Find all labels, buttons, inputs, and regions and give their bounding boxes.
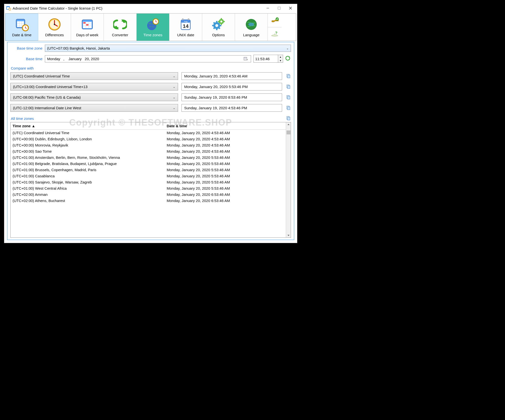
compare-zone-value: (UTC-12:00) International Date Line West [13,106,81,110]
cell-zone: (UTC+02:00) Athens, Bucharest [13,199,167,203]
base-date-input[interactable]: Monday , January 20, 2020 [45,55,251,62]
tab-time-zones-label: Time zones [144,33,162,37]
table-row[interactable]: (UTC+01:00) West Central AfricaMonday, J… [11,185,286,191]
tab-options[interactable]: Options [202,14,235,41]
cell-datetime: Monday, January 20, 2020 4:53:46 AM [167,149,230,153]
compare-result: Monday, January 20, 2020 4:53:46 AM [181,72,282,80]
cell-datetime: Monday, January 20, 2020 5:53:46 AM [167,155,230,160]
close-button[interactable] [285,4,296,12]
svg-text:14: 14 [183,23,189,29]
compare-zone-value: (UTC-08:00) Pacific Time (US & Canada) [13,95,81,99]
base-time-value: 11:53:46 [255,57,270,61]
tab-converter[interactable]: Converter [104,14,137,41]
cell-zone: (UTC+01:00) Brussels, Copenhagen, Madrid… [13,168,167,172]
tab-options-label: Options [212,33,225,37]
compare-zone-select[interactable]: (UTC) Coordinated Universal Time⌄ [10,72,178,80]
table-row[interactable]: (UTC+01:00) CasablancaMonday, January 20… [11,173,286,179]
toolbar: Date & time Differences Days of week Con… [5,13,296,41]
calendar-button[interactable] [242,57,249,61]
table-row[interactable]: (UTC+01:00) Sarajevo, Skopje, Warsaw, Za… [11,179,286,185]
cell-datetime: Monday, January 20, 2020 4:53:46 AM [167,131,230,135]
table-row[interactable]: (UTC+01:00) Amsterdam, Berlin, Bern, Rom… [11,154,286,161]
compare-result: Monday, January 20, 2020 5:53:46 PM [181,83,282,91]
svg-point-32 [276,18,279,20]
app-icon [6,6,11,11]
copy-button[interactable] [286,106,291,110]
compare-zone-select[interactable]: (UTC-08:00) Pacific Time (US & Canada)⌄ [10,93,178,101]
svg-rect-36 [288,75,290,78]
scroll-thumb[interactable] [287,130,290,134]
svg-point-23 [182,18,184,20]
chevron-down-icon: ⌄ [286,47,289,50]
cell-datetime: Monday, January 20, 2020 6:53:46 AM [167,192,230,197]
table-scrollbar[interactable] [286,122,291,237]
tab-days-of-week[interactable]: Days of week [71,14,104,41]
svg-point-31 [272,20,274,22]
chevron-down-icon: ⌄ [173,85,175,89]
minimize-button[interactable] [262,4,273,12]
svg-rect-42 [288,107,290,110]
svg-point-24 [188,18,189,20]
content-panel: Base time zone (UTC+07:00) Bangkok, Hano… [7,42,294,240]
tab-differences[interactable]: Differences [38,14,71,41]
col-time-zone[interactable]: Time zone ▲ [13,124,167,128]
tab-differences-label: Differences [45,33,64,37]
base-time-label: Base time [10,57,42,61]
base-date-value: Monday , January 20, 2020 [47,57,99,61]
compare-result: Sunday, January 19, 2020 4:53:46 PM [181,104,282,112]
tab-date-time[interactable]: Date & time [5,14,38,41]
table-row[interactable]: (UTC+00:00) Sao TomeMonday, January 20, … [11,148,286,154]
chevron-down-icon: ⌄ [173,106,175,110]
tab-language[interactable]: Language [235,14,268,41]
cell-zone: (UTC) Coordinated Universal Time [13,131,167,135]
svg-rect-44 [288,117,290,120]
svg-rect-4 [278,7,280,9]
copy-all-button[interactable] [286,116,291,121]
cell-datetime: Monday, January 20, 2020 5:53:46 AM [167,162,230,166]
reset-button[interactable] [286,56,291,62]
time-spinner[interactable]: ▲▼ [278,55,283,63]
copy-button[interactable] [286,74,291,78]
tab-unix-date[interactable]: Aug14 UNIX date [169,14,202,41]
svg-rect-15 [86,24,88,25]
cell-zone: (UTC+00:00) Monrovia, Reykjavik [13,143,167,147]
table-row[interactable]: (UTC+00:00) Monrovia, ReykjavikMonday, J… [11,142,286,148]
table-row[interactable]: (UTC+01:00) Brussels, Copenhagen, Madrid… [11,167,286,173]
cell-datetime: Monday, January 20, 2020 5:53:46 AM [167,168,230,172]
svg-text:?: ? [275,31,277,35]
cell-zone: (UTC+01:00) Amsterdam, Berlin, Bern, Rom… [13,155,167,160]
table-row[interactable]: (UTC+02:00) Athens, BucharestMonday, Jan… [11,198,286,204]
table-row[interactable]: (UTC+02:00) AmmanMonday, January 20, 202… [11,191,286,198]
tab-date-time-label: Date & time [12,33,31,37]
maximize-button[interactable] [273,4,285,12]
cell-datetime: Monday, January 20, 2020 5:53:46 AM [167,174,230,178]
svg-rect-34 [244,57,247,60]
svg-point-26 [215,24,218,27]
all-time-zones-header: All time zones [11,116,34,121]
base-time-input[interactable]: 11:53:46 [253,55,278,63]
base-time-zone-select[interactable]: (UTC+07:00) Bangkok, Hanoi, Jakarta ⌄ [45,45,291,52]
window-title: Advanced Date Time Calculator - Single l… [13,6,262,10]
table-row[interactable]: (UTC+00:00) Dublin, Edinburgh, Lisbon, L… [11,136,286,142]
col-date-time[interactable]: Date & time [167,124,187,128]
table-row[interactable]: (UTC) Coordinated Universal TimeMonday, … [11,130,286,136]
tab-converter-label: Converter [112,33,128,37]
cell-zone: (UTC+01:00) Sarajevo, Skopje, Warsaw, Za… [13,180,167,184]
svg-point-28 [220,20,222,22]
svg-rect-38 [288,86,290,89]
svg-rect-40 [288,96,290,99]
svg-text:Aug: Aug [184,20,188,22]
copy-button[interactable] [286,85,291,89]
table-row[interactable]: (UTC+01:00) Belgrade, Bratislava, Budape… [11,161,286,167]
compare-zone-select[interactable]: (UTC-12:00) International Date Line West… [10,104,178,112]
cell-zone: (UTC+02:00) Amman [13,192,167,197]
table-header[interactable]: Time zone ▲ Date & time [11,122,286,130]
copy-button[interactable] [286,95,291,100]
cell-datetime: Monday, January 20, 2020 5:53:46 AM [167,180,230,184]
help-button[interactable]: ? [268,27,282,41]
compare-zone-select[interactable]: (UTC+13:00) Coordinated Universal Time+1… [10,83,178,91]
register-button[interactable] [268,14,282,27]
tab-time-zones[interactable]: Time zones [137,14,169,41]
svg-point-30 [248,23,254,26]
chevron-down-icon: ⌄ [173,74,175,78]
